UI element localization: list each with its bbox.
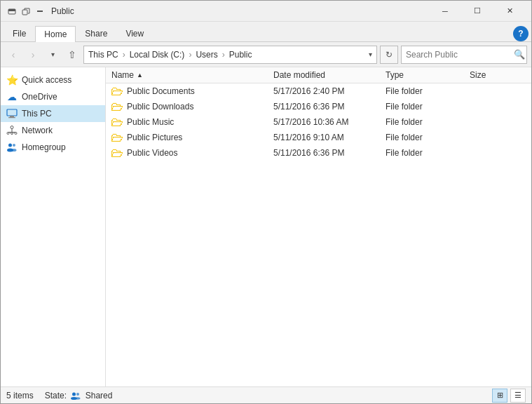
file-row-name: 🗁 Public Pictures [111,132,273,143]
sidebar-item-label: Network [22,126,53,135]
file-row-date: 5/17/2016 2:40 PM [273,86,386,96]
file-row-type: File folder [386,102,470,112]
address-dropdown-button[interactable]: ▾ [369,50,372,58]
sort-arrow: ▲ [137,72,143,79]
svg-point-19 [72,393,76,396]
title-icon-2 [20,6,32,17]
breadcrumb-users[interactable]: Users [196,50,217,60]
sidebar-item-label: Quick access [22,75,71,85]
svg-point-20 [76,393,79,396]
up-button[interactable]: ⇧ [64,46,81,63]
this-pc-icon [6,108,18,119]
svg-rect-3 [37,11,43,12]
refresh-button[interactable]: ↻ [380,46,398,64]
file-row-type: File folder [386,133,470,142]
table-row[interactable]: 🗁 Public Videos 5/11/2016 6:36 PM File f… [106,145,531,161]
search-input[interactable] [406,50,511,60]
help-button[interactable]: ? [513,26,528,41]
sidebar-item-onedrive[interactable]: ☁ OneDrive [1,88,105,105]
sidebar-item-label: Homegroup [22,142,66,152]
search-box[interactable]: 🔍 [401,46,527,64]
col-header-date[interactable]: Date modified [273,70,386,80]
col-header-size[interactable]: Size [470,70,526,80]
item-count: 5 items [6,391,34,400]
file-list: 🗁 Public Documents 5/17/2016 2:40 PM Fil… [106,83,531,386]
quick-access-icon: ⭐ [6,74,18,86]
file-row-name: 🗁 Public Music [111,116,273,128]
status-bar: 5 items State: Shared ⊞ ☰ [1,386,531,403]
file-row-name: 🗁 Public Downloads [111,101,273,112]
folder-icon: 🗁 [111,147,123,159]
toolbar: ‹ › ▾ ⇧ This PC › Local Disk (C:) › User… [1,42,531,67]
file-row-type: File folder [386,86,470,96]
network-icon [6,125,18,136]
sidebar-item-network[interactable]: Network [1,122,105,139]
state-label: State: Shared [45,391,113,400]
sidebar-item-this-pc[interactable]: This PC [1,105,105,122]
view-toggle: ⊞ ☰ [492,389,526,403]
svg-point-15 [8,144,12,147]
svg-rect-6 [10,116,14,117]
state-value: Shared [86,391,113,400]
dropdown-nav-button[interactable]: ▾ [44,46,61,63]
maximize-button[interactable]: ☐ [461,1,493,22]
file-row-type: File folder [386,148,470,158]
breadcrumb-this-pc[interactable]: This PC [88,50,118,60]
forward-button[interactable]: › [25,46,41,63]
folder-icon: 🗁 [111,116,123,128]
col-header-name[interactable]: Name ▲ [111,70,273,80]
svg-point-18 [12,149,17,152]
svg-rect-1 [8,9,15,11]
table-row[interactable]: 🗁 Public Documents 5/17/2016 2:40 PM Fil… [106,83,531,99]
table-row[interactable]: 🗁 Public Pictures 5/11/2016 9:10 AM File… [106,130,531,145]
title-icon-3 [34,6,46,17]
file-list-header: Name ▲ Date modified Type Size [106,67,531,83]
sidebar-item-label: This PC [22,109,52,119]
file-row-name: 🗁 Public Documents [111,86,273,97]
file-row-date: 5/17/2016 10:36 AM [273,117,386,127]
svg-rect-2 [22,10,27,15]
svg-point-8 [11,126,13,129]
sidebar-item-quick-access[interactable]: ⭐ Quick access [1,72,105,88]
sidebar-item-homegroup[interactable]: Homegroup [1,139,105,156]
folder-icon: 🗁 [111,86,123,97]
close-button[interactable]: ✕ [493,1,526,22]
window-controls: ─ ☐ ✕ [429,1,526,22]
title-icon-1 [6,6,18,17]
file-row-type: File folder [386,117,470,127]
table-row[interactable]: 🗁 Public Downloads 5/11/2016 6:36 PM Fil… [106,99,531,114]
svg-point-16 [13,144,15,147]
main-content: ⭐ Quick access ☁ OneDrive This PC [1,67,531,386]
folder-icon: 🗁 [111,132,123,143]
title-bar-icons [6,6,46,17]
col-header-type[interactable]: Type [386,70,470,80]
sidebar: ⭐ Quick access ☁ OneDrive This PC [1,67,106,386]
file-row-date: 5/11/2016 9:10 AM [273,133,386,142]
tab-view[interactable]: View [116,25,153,41]
onedrive-icon: ☁ [6,91,18,102]
tab-share[interactable]: Share [76,25,116,41]
svg-rect-7 [8,117,15,118]
file-pane: Name ▲ Date modified Type Size 🗁 Public … [106,67,531,386]
search-icon[interactable]: 🔍 [514,49,525,60]
window-title: Public [51,6,429,16]
breadcrumb-local-disk[interactable]: Local Disk (C:) [130,50,185,60]
view-details-button[interactable]: ⊞ [492,389,507,403]
homegroup-icon [6,142,18,153]
svg-rect-5 [8,110,15,115]
tab-file[interactable]: File [4,25,35,41]
ribbon: File Home Share View ? [1,22,531,42]
file-row-date: 5/11/2016 6:36 PM [273,148,386,158]
back-button[interactable]: ‹ [5,46,22,63]
address-bar[interactable]: This PC › Local Disk (C:) › Users › Publ… [83,46,377,64]
minimize-button[interactable]: ─ [429,1,461,22]
svg-point-22 [76,398,81,400]
table-row[interactable]: 🗁 Public Music 5/17/2016 10:36 AM File f… [106,114,531,130]
breadcrumb-public: Public [229,50,252,60]
view-list-button[interactable]: ☰ [510,389,526,403]
title-bar: Public ─ ☐ ✕ [1,1,531,22]
tab-home[interactable]: Home [35,26,76,42]
ribbon-tabs: File Home Share View ? [1,22,531,41]
file-row-date: 5/11/2016 6:36 PM [273,102,386,112]
folder-icon: 🗁 [111,101,123,112]
